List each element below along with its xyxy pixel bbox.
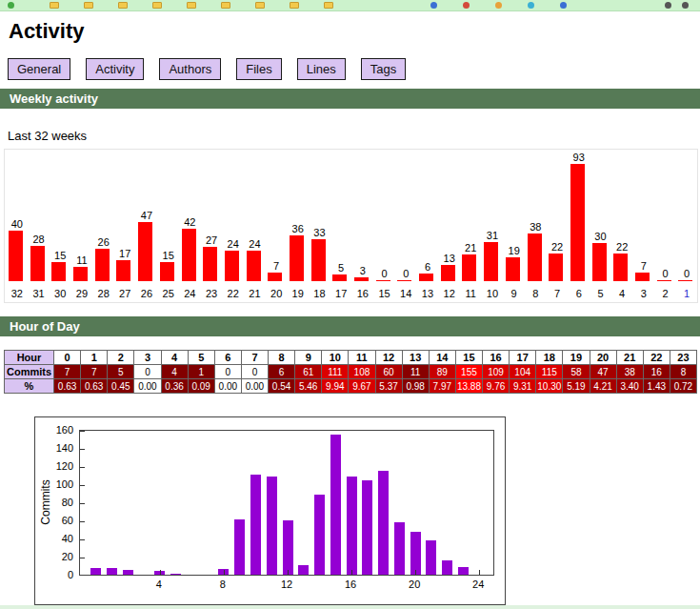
hour-bar xyxy=(283,520,293,575)
tab-lines[interactable]: Lines xyxy=(297,58,346,80)
bookmark-folder-icon[interactable] xyxy=(290,2,299,9)
weekly-caption: Last 32 weeks xyxy=(8,129,87,143)
weekly-bar xyxy=(419,274,433,281)
plot-area xyxy=(79,430,494,576)
hour-column-header: 17 xyxy=(510,351,536,365)
y-tick xyxy=(80,485,85,486)
hour-bar xyxy=(410,532,421,575)
commits-cell: 7 xyxy=(81,365,108,379)
bookmark-icon[interactable] xyxy=(463,2,470,9)
weekly-bar xyxy=(290,235,304,281)
weekly-bar xyxy=(30,246,45,281)
weekly-bar xyxy=(484,242,498,281)
hour-column-header: 8 xyxy=(269,351,295,365)
tab-files[interactable]: Files xyxy=(236,58,281,80)
bookmark-folder-icon[interactable] xyxy=(84,2,93,9)
weekly-bar xyxy=(311,239,326,281)
hour-bar xyxy=(347,477,357,576)
weekly-bar-value-label: 7 xyxy=(264,260,289,272)
weekly-bar-value-label: 22 xyxy=(610,241,634,253)
weekly-bar-value-label: 15 xyxy=(156,250,181,261)
commits-row-header: Commits xyxy=(5,365,54,379)
hour-column-header: 6 xyxy=(214,351,241,365)
weekly-bar xyxy=(635,273,650,281)
y-tick-label: 20 xyxy=(41,551,73,562)
tab-general[interactable]: General xyxy=(8,58,70,80)
percent-cell: 0.09 xyxy=(188,379,214,394)
bookmark-folder-icon[interactable] xyxy=(221,2,230,9)
bookmark-icon[interactable] xyxy=(528,2,534,9)
commits-cell: 5 xyxy=(108,365,134,379)
commits-cell: 61 xyxy=(295,365,322,379)
nav-tabs: GeneralActivityAuthorsFilesLinesTags xyxy=(8,58,421,80)
weekly-bar-value-label: 31 xyxy=(480,230,505,241)
bookmark-folder-icon[interactable] xyxy=(255,2,265,9)
hour-column-header: 22 xyxy=(643,351,670,365)
percent-cell: 5.46 xyxy=(295,379,322,394)
commits-cell: 16 xyxy=(643,365,670,379)
percent-cell: 1.43 xyxy=(643,379,670,394)
percent-cell: 3.40 xyxy=(616,379,643,394)
x-tick-label: 16 xyxy=(336,579,365,590)
bookmark-icon[interactable] xyxy=(560,2,567,9)
tab-authors[interactable]: Authors xyxy=(159,58,221,80)
weekly-bar-value-label: 93 xyxy=(567,152,591,163)
weekly-activity-chart: 4032283115301129262817274726152542242723… xyxy=(4,149,698,303)
hour-bar xyxy=(123,570,133,575)
bookmark-icon[interactable] xyxy=(430,2,437,9)
hour-bar xyxy=(107,568,117,575)
percent-cell: 9.94 xyxy=(322,379,349,394)
hour-column-header: 1 xyxy=(81,351,108,365)
commits-cell: 111 xyxy=(322,365,349,379)
bookmark-icon[interactable] xyxy=(8,2,14,9)
weekly-bar xyxy=(203,247,217,281)
bookmark-icon[interactable] xyxy=(495,2,502,9)
percent-cell: 7.97 xyxy=(429,379,455,394)
menu-icon[interactable] xyxy=(682,2,689,9)
bookmark-folder-icon[interactable] xyxy=(187,2,196,9)
x-tick-label: 4 xyxy=(145,579,173,590)
bookmark-folder-icon[interactable] xyxy=(118,2,128,9)
commits-cell: 11 xyxy=(402,365,429,379)
weekly-bar xyxy=(354,277,369,281)
hour-bar xyxy=(442,560,452,575)
y-tick xyxy=(80,431,85,432)
y-tick-label: 100 xyxy=(41,478,73,490)
bookmark-folder-icon[interactable] xyxy=(152,2,162,9)
percent-cell: 9.67 xyxy=(349,379,375,394)
percent-cell: 9.76 xyxy=(483,379,510,394)
y-tick-label: 0 xyxy=(41,569,73,580)
y-tick-label: 80 xyxy=(41,497,73,508)
weekly-bar-value-label: 21 xyxy=(458,242,483,254)
y-tick xyxy=(80,539,85,540)
hour-column-header: 11 xyxy=(349,351,375,365)
weekly-bar xyxy=(225,251,239,281)
commits-cell: 7 xyxy=(54,365,81,379)
weekly-bar xyxy=(268,273,282,281)
weekly-bar-value-label: 22 xyxy=(545,241,570,253)
hour-column-header: 4 xyxy=(161,351,188,365)
hour-bar xyxy=(234,519,245,575)
hour-column-header: 19 xyxy=(563,351,590,365)
hour-bar xyxy=(250,475,261,575)
bookmark-folder-icon[interactable] xyxy=(324,2,333,9)
y-tick xyxy=(80,449,85,450)
weekly-bar xyxy=(332,274,347,281)
percent-row-header: % xyxy=(5,379,54,394)
tab-activity[interactable]: Activity xyxy=(86,58,144,80)
x-tick xyxy=(351,570,352,575)
commits-cell: 0 xyxy=(214,365,241,379)
percent-cell: 0.63 xyxy=(54,379,81,394)
x-tick-label: 24 xyxy=(464,579,492,590)
hour-column-header: 15 xyxy=(455,351,482,365)
x-tick-label: 12 xyxy=(272,579,301,590)
bookmark-folder-icon[interactable] xyxy=(50,2,59,9)
weekly-x-axis-label: 1 xyxy=(674,288,699,299)
weekly-bar xyxy=(570,164,585,281)
percent-cell: 5.19 xyxy=(563,379,590,394)
tab-tags[interactable]: Tags xyxy=(361,58,406,80)
hour-bar xyxy=(170,574,181,575)
percent-cell: 13.88 xyxy=(455,379,482,394)
download-icon[interactable] xyxy=(665,2,671,9)
commits-cell: 1 xyxy=(188,365,214,379)
